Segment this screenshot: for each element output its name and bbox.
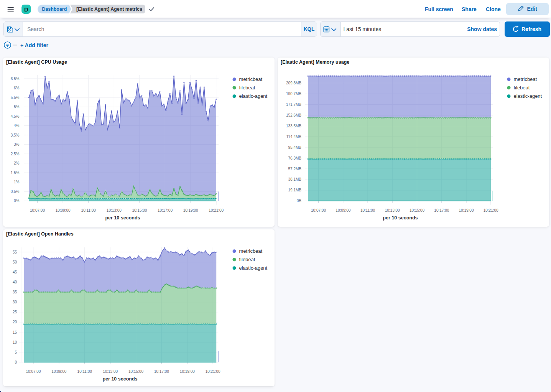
- svg-text:45: 45: [13, 270, 17, 274]
- svg-text:19.1MB: 19.1MB: [288, 188, 302, 192]
- svg-text:10:19:00: 10:19:00: [459, 208, 474, 212]
- svg-text:2.5%: 2.5%: [11, 152, 20, 156]
- svg-text:10:13:00: 10:13:00: [385, 208, 400, 212]
- svg-text:metricbeat: metricbeat: [514, 76, 537, 82]
- svg-text:50: 50: [13, 260, 17, 264]
- svg-text:10:11:00: 10:11:00: [360, 208, 375, 212]
- svg-text:Dashboard: Dashboard: [42, 7, 67, 12]
- svg-text:4.5%: 4.5%: [11, 114, 20, 119]
- svg-text:elastic-agent: elastic-agent: [239, 93, 268, 99]
- svg-text:metricbeat: metricbeat: [239, 76, 263, 82]
- svg-text:filebeat: filebeat: [239, 257, 255, 262]
- svg-text:171.7MB: 171.7MB: [286, 102, 301, 107]
- svg-text:190.7MB: 190.7MB: [286, 92, 301, 96]
- svg-text:133.5MB: 133.5MB: [286, 124, 301, 128]
- svg-text:0B: 0B: [297, 199, 302, 203]
- svg-text:114.4MB: 114.4MB: [286, 135, 302, 139]
- svg-text:10:19:00: 10:19:00: [180, 369, 195, 374]
- svg-text:D: D: [24, 6, 28, 13]
- svg-text:10:21:00: 10:21:00: [209, 208, 224, 212]
- svg-text:filebeat: filebeat: [514, 85, 530, 91]
- svg-text:10:09:00: 10:09:00: [51, 369, 66, 374]
- svg-text:6.5%: 6.5%: [11, 77, 20, 81]
- svg-text:3.5%: 3.5%: [11, 133, 20, 137]
- svg-text:76.3MB: 76.3MB: [288, 156, 302, 160]
- svg-text:elastic-agent: elastic-agent: [239, 265, 268, 271]
- svg-text:6%: 6%: [14, 86, 20, 90]
- svg-text:10:07:00: 10:07:00: [26, 369, 41, 374]
- svg-text:10:11:00: 10:11:00: [77, 369, 92, 374]
- svg-text:20: 20: [13, 320, 17, 324]
- svg-text:5%: 5%: [14, 105, 20, 109]
- svg-text:10:13:00: 10:13:00: [107, 208, 122, 212]
- svg-text:10:15:00: 10:15:00: [132, 208, 147, 212]
- svg-text:filebeat: filebeat: [239, 85, 255, 91]
- svg-text:35: 35: [13, 290, 17, 294]
- svg-text:10:21:00: 10:21:00: [484, 208, 498, 212]
- svg-text:10: 10: [13, 340, 17, 344]
- svg-text:0: 0: [15, 360, 17, 364]
- svg-text:4%: 4%: [14, 124, 20, 128]
- svg-text:57.2MB: 57.2MB: [288, 167, 302, 171]
- svg-text:10:21:00: 10:21:00: [206, 369, 220, 374]
- svg-text:10:17:00: 10:17:00: [154, 369, 169, 374]
- svg-text:per 10 seconds: per 10 seconds: [105, 215, 140, 221]
- svg-text:55: 55: [13, 250, 17, 254]
- svg-text:1%: 1%: [14, 180, 20, 184]
- svg-text:40: 40: [13, 280, 17, 284]
- svg-text:10:19:00: 10:19:00: [183, 208, 198, 212]
- svg-text:10:11:00: 10:11:00: [81, 208, 96, 212]
- svg-text:38.1MB: 38.1MB: [288, 177, 302, 181]
- svg-text:10:07:00: 10:07:00: [311, 208, 326, 212]
- svg-text:5.5%: 5.5%: [11, 96, 20, 100]
- svg-text:5: 5: [15, 350, 17, 354]
- svg-text:10:17:00: 10:17:00: [158, 208, 173, 212]
- svg-text:3%: 3%: [14, 142, 20, 147]
- svg-text:1.5%: 1.5%: [11, 171, 20, 175]
- svg-text:0.5%: 0.5%: [11, 189, 20, 194]
- svg-text:0%: 0%: [14, 199, 20, 203]
- svg-text:152.6MB: 152.6MB: [286, 113, 301, 117]
- svg-text:10:17:00: 10:17:00: [434, 208, 449, 212]
- svg-text:209.8MB: 209.8MB: [286, 81, 301, 85]
- svg-text:2%: 2%: [14, 161, 20, 165]
- svg-text:10:15:00: 10:15:00: [128, 369, 143, 374]
- svg-text:per 10 seconds: per 10 seconds: [383, 215, 418, 221]
- svg-text:10:09:00: 10:09:00: [56, 208, 71, 212]
- svg-text:10:13:00: 10:13:00: [103, 369, 118, 374]
- svg-text:95.4MB: 95.4MB: [288, 145, 302, 150]
- svg-text:elastic-agent: elastic-agent: [514, 93, 542, 99]
- svg-text:10:15:00: 10:15:00: [410, 208, 424, 212]
- svg-text:30: 30: [13, 300, 17, 304]
- svg-text:[Elastic Agent] Agent metrics: [Elastic Agent] Agent metrics: [76, 7, 142, 12]
- svg-text:10:09:00: 10:09:00: [336, 208, 350, 212]
- svg-text:per 10 seconds: per 10 seconds: [102, 376, 137, 382]
- svg-text:metricbeat: metricbeat: [239, 248, 263, 254]
- svg-text:25: 25: [13, 310, 17, 314]
- svg-text:10:07:00: 10:07:00: [30, 208, 45, 212]
- svg-text:15: 15: [13, 330, 17, 334]
